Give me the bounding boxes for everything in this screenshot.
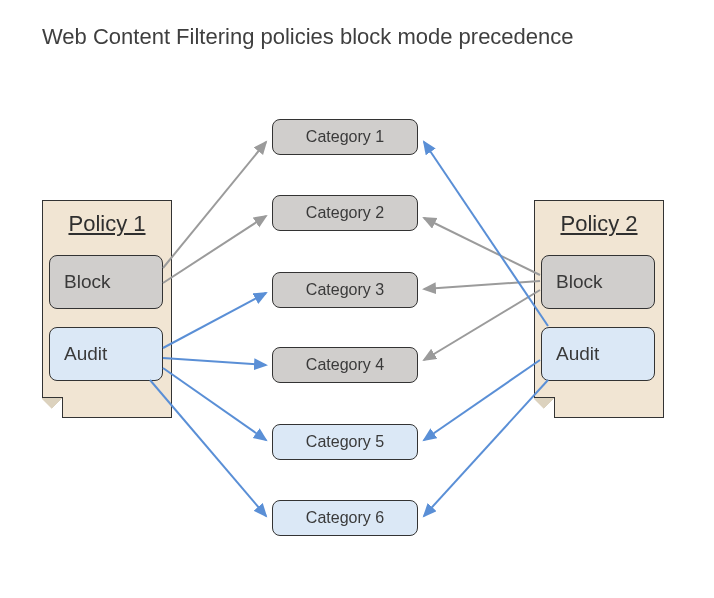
policy1-box: Policy 1 Block Audit xyxy=(42,200,172,418)
category-1-box: Category 1 xyxy=(272,119,418,155)
arrow-p2-audit-c5 xyxy=(424,360,540,440)
arrow-p1-block-c1 xyxy=(163,142,266,268)
arrow-p2-block-c2 xyxy=(424,218,540,275)
category-4-box: Category 4 xyxy=(272,347,418,383)
page-title: Web Content Filtering policies block mod… xyxy=(42,24,574,50)
category-2-box: Category 2 xyxy=(272,195,418,231)
policy1-block-box: Block xyxy=(49,255,163,309)
policy2-title: Policy 2 xyxy=(535,211,663,237)
policy1-audit-box: Audit xyxy=(49,327,163,381)
policy2-audit-box: Audit xyxy=(541,327,655,381)
category-6-box: Category 6 xyxy=(272,500,418,536)
arrow-p1-audit-c4 xyxy=(163,358,266,365)
policy1-audit-label: Audit xyxy=(64,343,107,365)
arrow-p2-audit-c6 xyxy=(424,380,548,516)
category-1-label: Category 1 xyxy=(306,128,384,146)
category-3-box: Category 3 xyxy=(272,272,418,308)
arrow-p2-audit-c1 xyxy=(424,142,548,326)
category-3-label: Category 3 xyxy=(306,281,384,299)
arrow-p2-block-c4 xyxy=(424,290,540,360)
policy2-block-box: Block xyxy=(541,255,655,309)
arrow-p2-block-c3 xyxy=(424,281,540,289)
category-5-box: Category 5 xyxy=(272,424,418,460)
policy2-block-label: Block xyxy=(556,271,602,293)
policy1-title: Policy 1 xyxy=(43,211,171,237)
arrow-p1-block-c2 xyxy=(163,216,266,283)
page-fold-icon xyxy=(534,397,555,418)
page-fold-icon xyxy=(42,397,63,418)
arrow-p1-audit-c5 xyxy=(163,368,266,440)
arrow-p1-audit-c3 xyxy=(163,293,266,348)
category-4-label: Category 4 xyxy=(306,356,384,374)
policy2-audit-label: Audit xyxy=(556,343,599,365)
policy2-box: Policy 2 Block Audit xyxy=(534,200,664,418)
category-6-label: Category 6 xyxy=(306,509,384,527)
category-5-label: Category 5 xyxy=(306,433,384,451)
policy1-block-label: Block xyxy=(64,271,110,293)
category-2-label: Category 2 xyxy=(306,204,384,222)
